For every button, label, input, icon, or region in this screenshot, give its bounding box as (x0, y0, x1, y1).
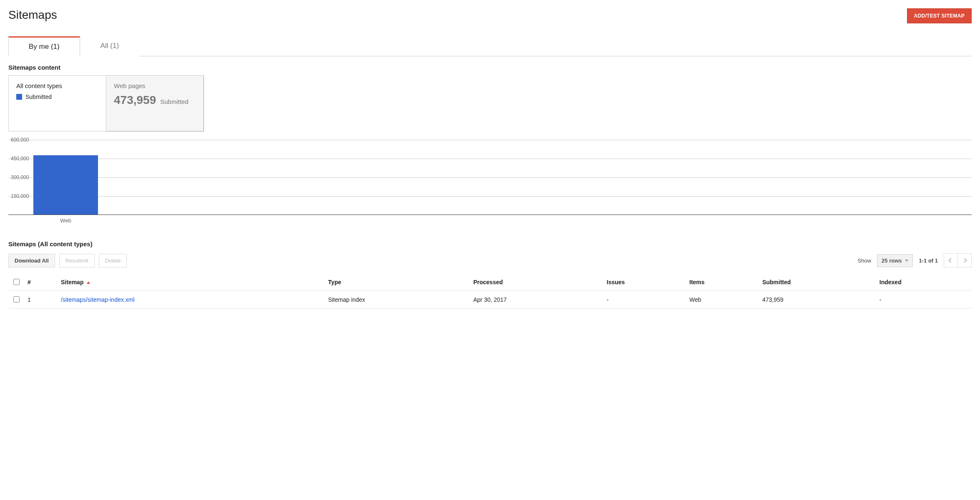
sitemaps-table: # Sitemap Type Processed Issues Items Su… (8, 273, 972, 308)
cell-indexed: - (876, 291, 972, 308)
cell-number: 1 (24, 291, 58, 308)
y-tick-label: 150,000 (10, 193, 30, 199)
sitemap-link[interactable]: /sitemaps/sitemap-index.xml (61, 296, 135, 303)
next-page-button[interactable] (957, 253, 972, 268)
chevron-right-icon (962, 258, 967, 263)
web-pages-heading: Web pages (114, 82, 196, 89)
resubmit-button[interactable]: Resubmit (59, 254, 95, 268)
col-items[interactable]: Items (686, 273, 759, 291)
tab-all[interactable]: All (1) (80, 36, 139, 56)
y-tick-label: 450,000 (10, 156, 30, 162)
cell-issues: - (603, 291, 686, 308)
legend-label-submitted: Submitted (25, 93, 52, 100)
y-tick-label: 600,000 (10, 137, 30, 143)
gridline (8, 177, 972, 178)
pagination-range: 1-1 of 1 (919, 258, 938, 264)
page-title: Sitemaps (8, 8, 57, 22)
table-section-title: Sitemaps (All content types) (8, 240, 972, 247)
gridline (8, 196, 972, 197)
web-pages-count-label: Submitted (160, 98, 188, 105)
table-row: 1/sitemaps/sitemap-index.xmlSitemap inde… (8, 291, 972, 308)
gridline (8, 159, 972, 159)
y-tick-label: 300,000 (10, 174, 30, 180)
row-checkbox[interactable] (13, 296, 20, 303)
col-indexed[interactable]: Indexed (876, 273, 972, 291)
col-type[interactable]: Type (325, 273, 470, 291)
prev-page-button[interactable] (944, 253, 958, 268)
chart-bar[interactable] (33, 155, 98, 215)
show-label: Show (858, 258, 872, 264)
col-submitted[interactable]: Submitted (759, 273, 876, 291)
rows-per-page-value: 25 rows (882, 258, 902, 264)
cell-processed: Apr 30, 2017 (470, 291, 603, 308)
col-sitemap-label: Sitemap (61, 279, 83, 285)
web-pages-count: 473,959 (114, 93, 156, 107)
chevron-left-icon (948, 258, 953, 263)
download-all-button[interactable]: Download All (8, 254, 55, 268)
col-number[interactable]: # (24, 273, 58, 291)
content-section-title: Sitemaps content (8, 64, 972, 71)
cell-submitted: 473,959 (759, 291, 876, 308)
web-pages-card[interactable]: Web pages 473,959 Submitted (106, 75, 204, 131)
tabs: By me (1) All (1) (8, 36, 972, 56)
col-issues[interactable]: Issues (603, 273, 686, 291)
col-sitemap[interactable]: Sitemap (58, 273, 325, 291)
select-all-checkbox[interactable] (13, 279, 20, 285)
add-test-sitemap-button[interactable]: ADD/TEST SITEMAP (907, 8, 972, 23)
gridline (8, 140, 972, 140)
all-content-types-card[interactable]: All content types Submitted (8, 75, 106, 131)
all-content-types-heading: All content types (16, 82, 98, 89)
sitemaps-chart: 150,000300,000450,000600,000 Web (8, 140, 972, 224)
col-processed[interactable]: Processed (470, 273, 603, 291)
tab-by-me[interactable]: By me (1) (8, 36, 80, 56)
legend-swatch-submitted (16, 94, 22, 100)
cell-items: Web (686, 291, 759, 308)
sort-asc-icon (87, 281, 90, 284)
delete-button[interactable]: Delete (99, 254, 127, 268)
rows-per-page-select[interactable]: 25 rows (877, 254, 913, 267)
x-tick-label: Web (33, 217, 98, 224)
cell-type: Sitemap index (325, 291, 470, 308)
caret-down-icon (905, 260, 908, 262)
